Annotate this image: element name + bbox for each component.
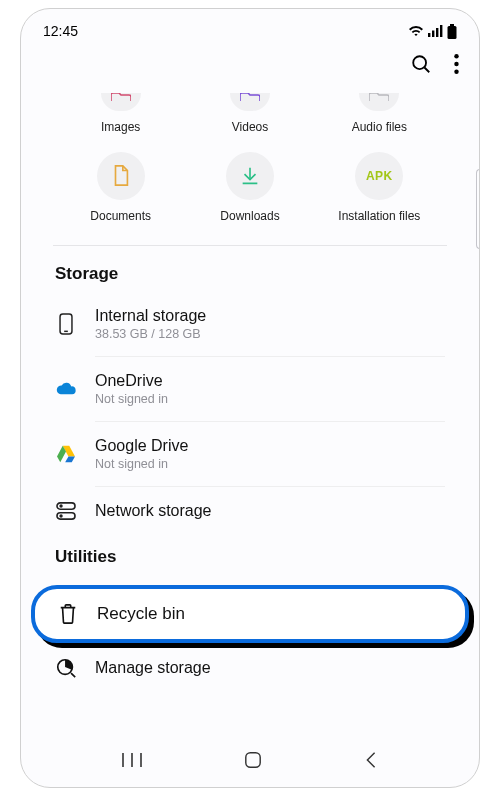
category-audio[interactable]: Audio files xyxy=(320,93,439,134)
item-sub: Not signed in xyxy=(95,457,188,471)
svg-rect-5 xyxy=(448,26,457,39)
section-title-storage: Storage xyxy=(21,264,479,296)
status-time: 12:45 xyxy=(43,23,78,39)
svg-rect-2 xyxy=(436,28,438,37)
nav-bar xyxy=(21,739,479,787)
divider xyxy=(95,421,445,422)
category-label: Audio files xyxy=(352,120,407,134)
svg-rect-1 xyxy=(432,31,434,38)
item-sub: Not signed in xyxy=(95,392,168,406)
status-icons xyxy=(408,24,457,39)
category-videos[interactable]: Videos xyxy=(190,93,309,134)
app-bar xyxy=(21,45,479,93)
svg-rect-27 xyxy=(246,753,260,767)
phone-icon xyxy=(55,313,77,335)
category-downloads[interactable]: Downloads xyxy=(190,152,309,223)
signal-icon xyxy=(428,25,443,37)
category-label: Images xyxy=(101,120,140,134)
item-sub: 38.53 GB / 128 GB xyxy=(95,327,206,341)
category-images[interactable]: Images xyxy=(61,93,180,134)
svg-rect-4 xyxy=(450,24,454,26)
scroll-indicator[interactable] xyxy=(476,169,480,249)
item-manage-storage[interactable]: Manage storage xyxy=(21,643,479,679)
download-icon xyxy=(226,152,274,200)
item-title: Recycle bin xyxy=(97,604,185,624)
svg-point-6 xyxy=(413,56,426,69)
section-title-utilities: Utilities xyxy=(21,547,479,579)
manage-storage-icon xyxy=(55,657,77,679)
category-label: Documents xyxy=(90,209,151,223)
category-row-2: Documents Downloads APK Installation fil… xyxy=(21,152,479,223)
nav-home-icon[interactable] xyxy=(244,751,262,773)
item-recycle-bin[interactable]: Recycle bin xyxy=(31,585,469,643)
onedrive-icon xyxy=(55,382,77,396)
svg-point-20 xyxy=(60,505,62,507)
battery-icon xyxy=(447,24,457,39)
phone-frame: 12:45 Images Videos Audio files xyxy=(20,8,480,788)
divider xyxy=(95,486,445,487)
wifi-icon xyxy=(408,25,424,37)
svg-point-8 xyxy=(454,54,458,58)
document-icon xyxy=(97,152,145,200)
svg-line-7 xyxy=(424,67,429,72)
item-title: Google Drive xyxy=(95,437,188,455)
trash-icon xyxy=(57,603,79,625)
divider xyxy=(95,356,445,357)
item-title: Network storage xyxy=(95,502,212,520)
server-icon xyxy=(55,502,77,520)
svg-line-23 xyxy=(71,673,75,677)
item-title: OneDrive xyxy=(95,372,168,390)
svg-marker-16 xyxy=(65,456,75,462)
item-googledrive[interactable]: Google Drive Not signed in xyxy=(55,426,445,482)
category-documents[interactable]: Documents xyxy=(61,152,180,223)
category-row-1: Images Videos Audio files xyxy=(21,93,479,134)
highlight-recycle-bin: Recycle bin xyxy=(31,585,469,643)
category-label: Videos xyxy=(232,120,268,134)
more-icon[interactable] xyxy=(454,54,459,78)
item-internal-storage[interactable]: Internal storage 38.53 GB / 128 GB xyxy=(55,296,445,352)
googledrive-icon xyxy=(55,445,77,463)
item-title: Internal storage xyxy=(95,307,206,325)
svg-rect-0 xyxy=(428,33,430,37)
item-title: Manage storage xyxy=(95,659,211,677)
item-onedrive[interactable]: OneDrive Not signed in xyxy=(55,361,445,417)
item-network-storage[interactable]: Network storage xyxy=(55,491,445,531)
category-label: Downloads xyxy=(220,209,279,223)
category-label: Installation files xyxy=(338,209,420,223)
status-bar: 12:45 xyxy=(21,9,479,45)
svg-point-9 xyxy=(454,62,458,66)
svg-point-10 xyxy=(454,70,458,74)
storage-list: Internal storage 38.53 GB / 128 GB OneDr… xyxy=(21,296,479,531)
category-installation[interactable]: APK Installation files xyxy=(320,152,439,223)
nav-recents-icon[interactable] xyxy=(122,752,142,772)
divider xyxy=(53,245,447,246)
nav-back-icon[interactable] xyxy=(364,751,378,773)
apk-icon: APK xyxy=(355,152,403,200)
svg-point-21 xyxy=(60,515,62,517)
svg-rect-3 xyxy=(440,25,442,37)
search-icon[interactable] xyxy=(410,53,432,79)
